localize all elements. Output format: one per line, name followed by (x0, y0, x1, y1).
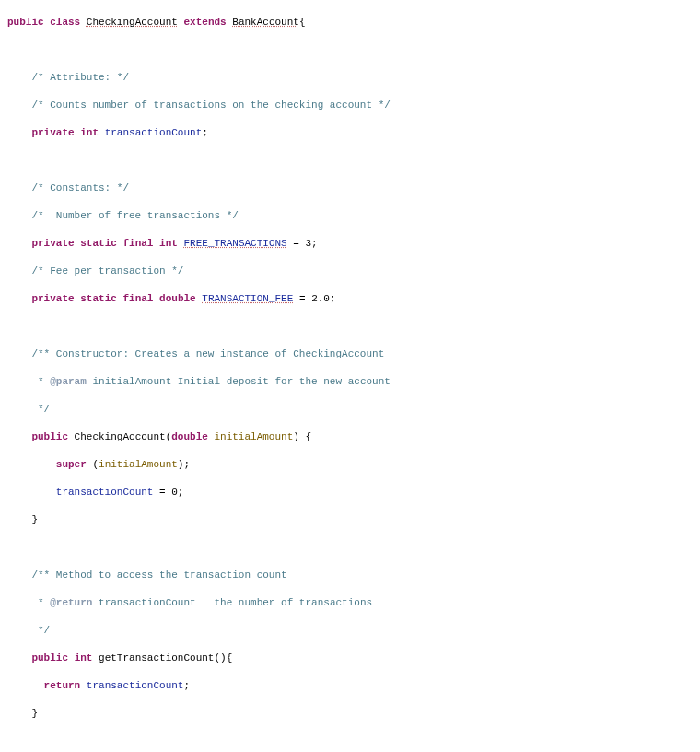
code-line: public class CheckingAccount extends Ban… (7, 16, 700, 29)
code-editor: public class CheckingAccount extends Ban… (0, 0, 700, 752)
